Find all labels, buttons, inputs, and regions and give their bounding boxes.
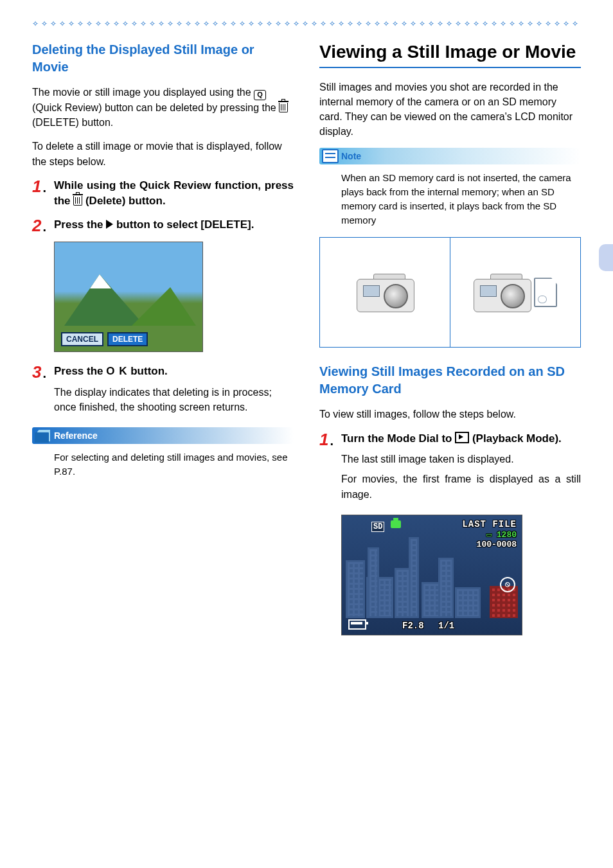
note-label: Note — [341, 151, 361, 161]
step3b: button. — [128, 365, 168, 377]
note-list-icon — [319, 148, 341, 164]
lcd-resolution: 1280 — [497, 530, 517, 540]
lcd-sd-indicator: SD — [371, 522, 384, 532]
lcd-shutter: 1/1 — [438, 621, 454, 631]
right-column: Viewing a Still Image or Movie Still ima… — [319, 41, 581, 647]
intro-paragraph-2: To delete a still image or movie that is… — [32, 139, 294, 168]
step-2-text: Press the button to select [DELETE]. — [54, 217, 294, 234]
step-3-number: 3 — [32, 364, 45, 420]
sd-intro: To view still images, follow the steps b… — [319, 407, 581, 421]
step-3: 3 Press the O K button. The display indi… — [32, 364, 294, 420]
viewing-intro: Still images and movies you shot are rec… — [319, 80, 581, 139]
diagram-sd-memory — [450, 238, 580, 347]
note-header: Note — [319, 148, 581, 164]
step-1: 1 While using the Quick Review function,… — [32, 178, 294, 209]
heading-deleting: Deleting the Displayed Still Image or Mo… — [32, 41, 294, 76]
reference-label: Reference — [54, 430, 98, 441]
step-2-number: 2 — [32, 217, 45, 234]
step1b: (Delete) button. — [82, 195, 165, 207]
lcd-protect-icon: ⦸ — [500, 577, 515, 592]
step2b: button to select [DELETE]. — [113, 218, 254, 231]
right-step-1-number: 1 — [319, 431, 332, 507]
right-step-1: 1 Turn the Mode Dial to (Playback Mode).… — [319, 431, 581, 507]
intro1c: (DELETE) button. — [32, 117, 113, 128]
reference-callout: Reference For selecting and deleting sti… — [32, 427, 294, 483]
intro1a: The movie or still image you displayed u… — [32, 87, 254, 98]
right-step-1-text: Turn the Mode Dial to (Playback Mode). T… — [341, 431, 581, 507]
rstep1a: Turn the Mode Dial to — [341, 432, 455, 445]
intro1b: (Quick Review) button can be deleted by … — [32, 102, 279, 113]
ok-button-label: O K — [106, 365, 127, 377]
heading-rule — [319, 67, 581, 68]
quick-review-icon: Q — [254, 90, 266, 100]
lcd-battery-icon — [348, 619, 366, 630]
delete-trash-icon — [73, 196, 82, 206]
note-body: When an SD memory card is not inserted, … — [319, 164, 581, 231]
reference-body: For selecting and deleting still images … — [32, 444, 294, 483]
rstep1b: (Playback Mode). — [469, 432, 562, 445]
step-3-text: Press the O K button. The display indica… — [54, 364, 294, 420]
subheading-sd-card: Viewing Still Images Recorded on an SD M… — [319, 363, 581, 398]
lcd-res-prefix: ▭ — [486, 530, 492, 540]
lcd-camera-icon — [391, 520, 401, 528]
camera-icon — [357, 274, 413, 311]
intro-paragraph-1: The movie or still image you displayed u… — [32, 85, 294, 130]
left-column: Deleting the Displayed Still Image or Mo… — [32, 41, 294, 647]
step-1-number: 1 — [32, 178, 45, 209]
cancel-option: CANCEL — [61, 332, 103, 346]
decorative-top-border: ✧✧✧✧✧✧✧✧✧✧✧✧✧✧✧✧✧✧✧✧✧✧✧✧✧✧✧✧✧✧✧✧✧✧✧✧✧✧✧✧… — [32, 19, 581, 28]
step-1-text: While using the Quick Review function, p… — [54, 178, 294, 209]
step3a: Press the — [54, 365, 106, 377]
step-3-sub: The display indicates that deleting is i… — [54, 385, 294, 414]
lcd-last-file: LAST FILE — [462, 519, 517, 529]
delete-trash-icon — [279, 103, 288, 112]
right-arrow-icon — [106, 220, 113, 229]
note-callout: Note When an SD memory card is not inser… — [319, 148, 581, 231]
playback-mode-icon — [455, 432, 469, 443]
memory-source-diagram — [319, 237, 581, 348]
diagram-internal-memory — [320, 238, 450, 347]
camera-lcd-playback: SD LAST FILE ▭ 1280 100-0008 ⦸ F2.8 1/1 — [341, 515, 522, 635]
reference-header: Reference — [32, 427, 294, 444]
step2a: Press the — [54, 218, 106, 231]
lcd-aperture: F2.8 — [402, 621, 424, 631]
right-step-1-sub1: The last still image taken is displayed. — [341, 452, 581, 466]
heading-viewing: Viewing a Still Image or Movie — [319, 41, 581, 63]
camera-icon — [474, 274, 530, 311]
lcd-file-info: LAST FILE ▭ 1280 100-0008 — [462, 519, 517, 549]
lcd-file-number: 100-0008 — [462, 540, 517, 549]
page-side-tab — [599, 244, 613, 271]
step-2: 2 Press the button to select [DELETE]. — [32, 217, 294, 234]
delete-option: DELETE — [107, 332, 148, 346]
camera-screen-delete-dialog: CANCEL DELETE — [54, 242, 203, 352]
bookmark-icon — [32, 427, 54, 444]
sd-card-icon — [534, 278, 557, 307]
right-step-1-sub2: For movies, the first frame is displayed… — [341, 472, 581, 501]
